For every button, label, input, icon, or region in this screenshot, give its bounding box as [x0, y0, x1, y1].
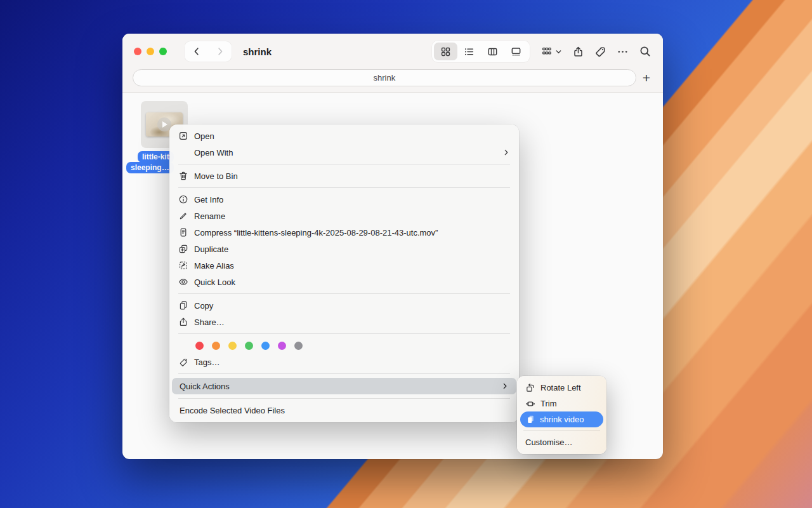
eye-icon — [178, 277, 188, 287]
menu-item-quick-look[interactable]: Quick Look — [169, 274, 519, 290]
file-name-line1: little-kit — [138, 151, 174, 163]
shrink-video-highlight: shrink video — [520, 411, 603, 427]
menu-item-share[interactable]: Share… — [169, 314, 519, 330]
trim-icon — [525, 399, 535, 409]
pencil-icon — [178, 211, 188, 221]
trash-icon — [178, 171, 188, 181]
submenu-item-shrink-video[interactable]: shrink video — [517, 411, 606, 427]
column-view-icon — [487, 46, 498, 57]
duplicate-icon — [178, 244, 188, 254]
search-icon — [639, 45, 652, 58]
tag-red-dot[interactable] — [195, 342, 204, 350]
share-icon — [178, 317, 188, 327]
tag-orange-dot[interactable] — [212, 342, 220, 350]
search-scope-field[interactable]: shrink — [133, 69, 636, 86]
window-controls — [134, 48, 167, 55]
search-scope-value: shrink — [374, 73, 396, 83]
finder-window: shrink — [122, 34, 663, 459]
grid-view-icon — [440, 46, 451, 57]
search-button[interactable] — [634, 41, 653, 62]
more-options-button[interactable] — [612, 41, 634, 62]
menu-separator — [178, 164, 510, 164]
menu-item-quick-actions[interactable]: Quick Actions — [169, 377, 519, 395]
gallery-view-button[interactable] — [504, 43, 528, 60]
menu-item-compress[interactable]: Compress “little-kittens-sleeping-4k-202… — [169, 224, 519, 241]
menu-separator — [178, 293, 510, 294]
rotate-left-icon — [525, 383, 535, 393]
file-name-line2: sleeping… — [126, 162, 174, 173]
tag-purple-dot[interactable] — [278, 342, 286, 350]
play-icon — [162, 121, 167, 128]
submenu-item-rotate-left[interactable]: Rotate Left — [517, 380, 606, 396]
no-icon — [178, 147, 188, 157]
tags-button[interactable] — [589, 41, 612, 62]
copy-icon — [178, 300, 188, 311]
tag-blue-dot[interactable] — [261, 342, 270, 350]
menu-item-copy[interactable]: Copy — [169, 297, 519, 314]
menu-item-duplicate[interactable]: Duplicate — [169, 241, 519, 257]
submenu-chevron-icon — [502, 149, 510, 156]
chevron-down-icon — [555, 48, 562, 55]
submenu-chevron-icon — [501, 382, 509, 390]
menu-separator — [178, 187, 510, 188]
navigation-buttons — [185, 41, 232, 62]
tag-color-row — [169, 337, 519, 354]
submenu-separator — [523, 431, 600, 431]
compress-icon — [178, 227, 188, 237]
zoom-button[interactable] — [159, 48, 167, 55]
close-button[interactable] — [134, 48, 141, 55]
icon-view-button[interactable] — [434, 43, 457, 60]
forward-button[interactable] — [215, 46, 225, 57]
info-icon — [178, 194, 188, 204]
ellipsis-icon — [617, 46, 629, 58]
submenu-item-trim[interactable]: Trim — [517, 396, 606, 411]
share-icon — [572, 46, 584, 58]
open-icon — [178, 131, 188, 141]
list-view-icon — [464, 46, 475, 57]
add-filter-button[interactable]: + — [643, 71, 654, 84]
menu-item-open[interactable]: Open — [169, 128, 519, 144]
column-view-button[interactable] — [481, 43, 504, 60]
tag-yellow-dot[interactable] — [228, 342, 237, 350]
share-button[interactable] — [567, 41, 589, 62]
menu-item-rename[interactable]: Rename — [169, 208, 519, 224]
menu-item-get-info[interactable]: Get Info — [169, 191, 519, 208]
window-header: shrink — [122, 34, 663, 93]
alias-icon — [178, 260, 188, 271]
menu-item-make-alias[interactable]: Make Alias — [169, 257, 519, 274]
group-icon — [541, 46, 553, 57]
window-title: shrink — [243, 46, 272, 57]
menu-item-move-to-bin[interactable]: Move to Bin — [169, 168, 519, 184]
minimize-button[interactable] — [147, 48, 154, 55]
gallery-view-icon — [511, 46, 521, 57]
list-view-button[interactable] — [457, 43, 481, 60]
quick-actions-submenu: Rotate Left Trim shrink video Customise… — [517, 376, 606, 454]
menu-separator — [178, 398, 510, 399]
tag-gray-dot[interactable] — [294, 342, 303, 350]
chevron-right-icon — [215, 46, 225, 57]
menu-item-tags[interactable]: Tags… — [169, 354, 519, 370]
menu-separator — [178, 373, 510, 374]
menu-separator — [178, 333, 510, 334]
tag-icon — [594, 46, 606, 58]
quick-actions-highlight: Quick Actions — [172, 378, 516, 394]
menu-item-encode[interactable]: Encode Selected Video Files — [169, 402, 519, 418]
view-mode-switcher — [432, 41, 530, 62]
filter-row: shrink + — [122, 69, 663, 92]
menu-item-open-with[interactable]: Open With — [169, 144, 519, 161]
tag-green-dot[interactable] — [245, 342, 253, 350]
titlebar: shrink — [122, 34, 663, 69]
document-copy-icon — [525, 415, 535, 425]
tag-icon — [178, 357, 188, 367]
group-by-button[interactable] — [536, 41, 567, 62]
chevron-left-icon — [192, 46, 202, 57]
back-button[interactable] — [192, 46, 202, 57]
context-menu: Open Open With Move to Bin Get Info Rena… — [169, 124, 519, 422]
submenu-item-customise[interactable]: Customise… — [517, 434, 606, 450]
